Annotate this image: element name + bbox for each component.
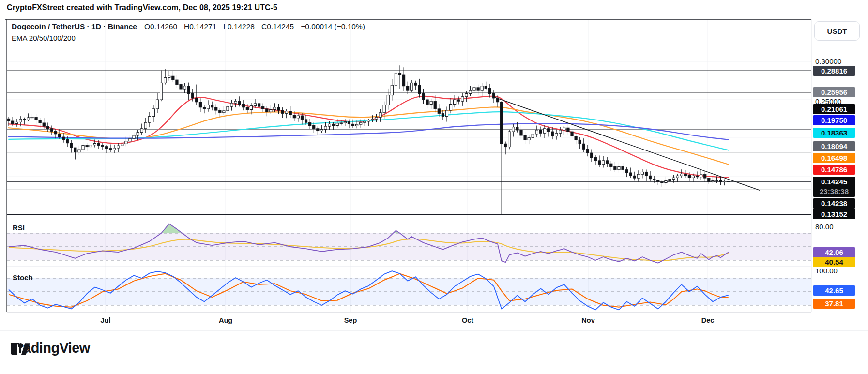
axis-badge: 40.54 bbox=[813, 257, 855, 267]
axis-badge: 0.18094 bbox=[813, 141, 855, 151]
symbol-title[interactable]: Dogecoin / TetherUS · 1D · Binance bbox=[12, 22, 137, 31]
month-label: Oct bbox=[451, 316, 485, 324]
tradingview-chart-window: CryptoFXStreet created with TradingView.… bbox=[0, 0, 868, 374]
axis-badge: 42.65 bbox=[813, 285, 855, 296]
axis-badge: 0.28816 bbox=[813, 66, 855, 76]
axis-label: 80.00 bbox=[815, 223, 834, 231]
month-label: Sep bbox=[334, 316, 367, 324]
quote-item: O0.14260 bbox=[144, 22, 177, 30]
axis-badge: 0.13152 bbox=[813, 209, 855, 219]
candles bbox=[7, 57, 730, 215]
axis-badge: 0.14238 bbox=[813, 198, 855, 209]
price-axis[interactable]: 0.300000.288160.259560.250000.210610.197… bbox=[812, 0, 868, 374]
axis-badge: 0.16498 bbox=[813, 153, 855, 163]
axis-badge: 0.21061 bbox=[813, 104, 855, 114]
month-label: Dec bbox=[691, 316, 725, 324]
axis-label: 0.30000 bbox=[815, 57, 841, 66]
quote-item: C0.14245 bbox=[261, 22, 294, 30]
ohlc-quote: O0.14260H0.14271L0.14228C0.14245−0.00014… bbox=[144, 22, 372, 31]
quote-item: −0.00014 (−0.10%) bbox=[301, 22, 365, 30]
rsi-pane-label[interactable]: RSI bbox=[13, 224, 25, 232]
tradingview-logo[interactable]: TradingView bbox=[11, 340, 90, 356]
axis-badge: 37.81 bbox=[813, 299, 855, 309]
month-label: Jul bbox=[89, 316, 122, 324]
watermark-text: CryptoFXStreet created with TradingView.… bbox=[7, 3, 277, 12]
bar-countdown: 23:38:38 bbox=[813, 187, 855, 196]
stoch-pane-label[interactable]: Stoch bbox=[13, 273, 33, 282]
symbol-bar: Dogecoin / TetherUS · 1D · Binance O0.14… bbox=[12, 22, 372, 31]
axis-badge: 42.06 bbox=[813, 247, 855, 257]
ema-indicator-label[interactable]: EMA 20/50/100/200 bbox=[12, 34, 76, 42]
axis-badge: 0.14786 bbox=[813, 165, 855, 175]
quote-item: L0.14228 bbox=[223, 22, 255, 30]
axis-badge: 0.25956 bbox=[813, 87, 855, 97]
axis-badge: 0.1424523:38:38 bbox=[813, 177, 855, 197]
tradingview-logo-icon bbox=[11, 340, 30, 358]
chart-canvas[interactable] bbox=[0, 0, 868, 374]
axis-label: 100.00 bbox=[815, 267, 838, 275]
axis-badge: 0.18363 bbox=[813, 128, 855, 138]
ema-lines bbox=[9, 96, 729, 178]
month-label: Nov bbox=[571, 316, 605, 324]
axis-badge: 0.19750 bbox=[813, 115, 855, 125]
quote-item: H0.14271 bbox=[184, 22, 216, 30]
month-label: Aug bbox=[209, 316, 243, 324]
